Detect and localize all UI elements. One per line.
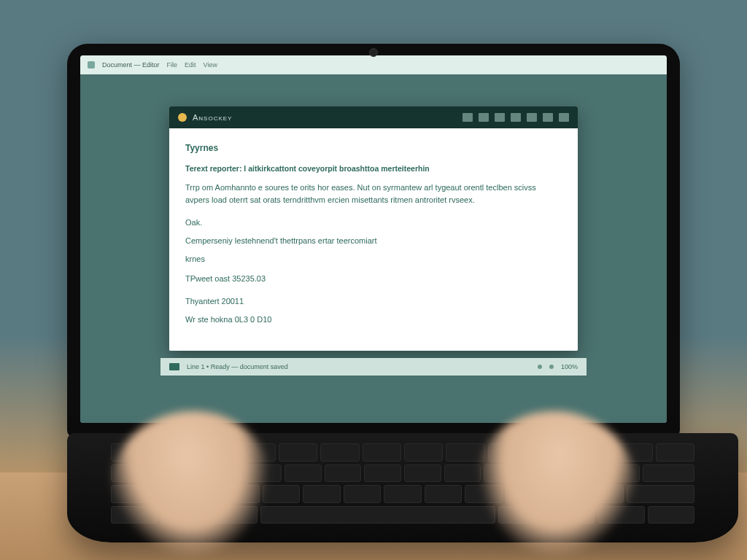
favicon-icon	[88, 61, 95, 69]
toolbar-icon-2[interactable]	[479, 113, 489, 122]
key[interactable]	[404, 443, 443, 462]
menu-view[interactable]: View	[204, 61, 217, 69]
toolbar-icon-5[interactable]	[527, 113, 537, 122]
doc-line-5: Wr ste hokna 0L3 0 D10	[185, 314, 562, 326]
app-titlebar: Ansockey	[169, 106, 578, 128]
app-title: Ansockey	[193, 113, 232, 122]
key[interactable]	[363, 443, 401, 462]
browser-viewport: Ansockey Tyyrnes Terext r	[80, 74, 667, 423]
key[interactable]	[320, 443, 359, 462]
menu-edit[interactable]: Edit	[185, 61, 196, 69]
key[interactable]	[648, 506, 694, 524]
spacebar-key[interactable]	[260, 506, 495, 524]
status-text: Line 1 • Ready — document saved	[187, 363, 288, 370]
status-chip-icon	[169, 363, 179, 370]
key[interactable]	[364, 464, 401, 483]
browser-tab-strip: Document — Editor File Edit View	[80, 55, 667, 74]
laptop: Document — Editor File Edit View Ansocke…	[67, 44, 680, 542]
status-dot-icon-2	[549, 365, 554, 369]
toolbar-icon-1[interactable]	[462, 113, 473, 122]
photo-scene: Document — Editor File Edit View Ansocke…	[0, 0, 747, 560]
doc-line-3: TPweet oast 35235.03	[185, 273, 562, 285]
status-zoom[interactable]: 100%	[561, 363, 578, 370]
key[interactable]	[344, 485, 382, 503]
laptop-screen: Document — Editor File Edit View Ansocke…	[80, 55, 667, 423]
key[interactable]	[384, 485, 422, 503]
toolbar-icon-3[interactable]	[495, 113, 505, 122]
menu-file[interactable]: File	[167, 61, 178, 69]
doc-paragraph-1: Trrp om Aomhannto e soures te orits hor …	[185, 182, 562, 206]
key[interactable]	[279, 443, 317, 462]
toolbar-icon-4[interactable]	[511, 113, 521, 122]
key[interactable]	[425, 485, 462, 503]
doc-subheading: Terext reporter: l aitkirkcattont coveyo…	[185, 163, 562, 174]
key[interactable]	[404, 464, 441, 483]
browser-tab[interactable]: Document — Editor	[102, 61, 160, 69]
toolbar-icon-7[interactable]	[559, 113, 569, 122]
key[interactable]	[656, 443, 694, 462]
key[interactable]	[627, 485, 694, 503]
document-window: Ansockey Tyyrnes Terext r	[169, 106, 578, 351]
doc-paragraph-1-tail: Oak.	[185, 217, 562, 229]
laptop-lid: Document — Editor File Edit View Ansocke…	[67, 44, 680, 438]
doc-heading: Tyyrnes	[185, 141, 562, 155]
doc-line-2: krnes	[185, 253, 562, 265]
key[interactable]	[325, 464, 362, 483]
doc-line-1: Cemperseniy lestehnend't thettrpans erta…	[185, 235, 562, 247]
key[interactable]	[303, 485, 341, 503]
webcam-icon	[369, 48, 378, 57]
status-bar: Line 1 • Ready — document saved 100%	[160, 358, 587, 376]
key[interactable]	[643, 464, 694, 483]
toolbar-icon-6[interactable]	[543, 113, 553, 122]
status-dot-icon	[538, 365, 542, 369]
document-body[interactable]: Tyyrnes Terext reporter: l aitkirkcatton…	[169, 128, 578, 351]
doc-line-4: Thyantert 20011	[185, 295, 562, 308]
app-logo-icon	[178, 113, 187, 122]
key[interactable]	[285, 464, 322, 483]
